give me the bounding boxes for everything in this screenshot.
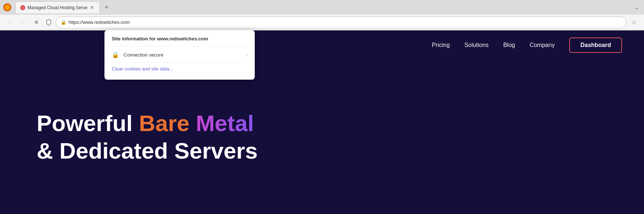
lock-icon: 🔒	[60, 19, 66, 25]
nav-pricing[interactable]: Pricing	[432, 42, 450, 48]
connection-secure-label: Connection secure	[124, 52, 242, 58]
hero-title-line1: Powerful Bare Metal	[37, 110, 607, 137]
active-tab[interactable]: Managed Cloud Hosting Serve ✕	[15, 1, 100, 13]
star-icon: ☆	[632, 19, 637, 26]
new-tab-button[interactable]: +	[101, 2, 111, 12]
tab-title: Managed Cloud Hosting Serve	[27, 5, 87, 10]
website-content: Pricing Solutions Blog Company Dashboard…	[0, 30, 644, 214]
hero-prefix: Powerful	[37, 110, 139, 136]
address-bar[interactable]: 🔒 https://www.redswitches.com	[56, 17, 626, 28]
tab-bar: Managed Cloud Hosting Serve ✕ + ⌄	[0, 0, 644, 15]
forward-button[interactable]: →	[18, 17, 29, 28]
popup-header: Site information for www.redswitches.com	[104, 35, 255, 46]
nav-bar: ← → ✕ 🔒 https://www.redswitches.com ☆	[0, 15, 644, 30]
hero-title-line2: & Dedicated Servers	[37, 137, 607, 164]
hero-bare: Bare	[139, 110, 189, 136]
website-nav: Pricing Solutions Blog Company Dashboard	[0, 30, 644, 60]
nav-blog[interactable]: Blog	[503, 42, 515, 48]
svg-point-3	[7, 7, 8, 8]
back-button[interactable]: ←	[4, 17, 15, 28]
tab-list-chevron[interactable]: ⌄	[632, 3, 641, 12]
close-icon: ✕	[34, 19, 39, 26]
popup-chevron-icon: ›	[246, 52, 247, 58]
shield-icon	[44, 18, 54, 27]
back-icon: ←	[7, 19, 13, 25]
site-info-popup: Site information for www.redswitches.com…	[104, 30, 255, 80]
popup-lock-icon: 🔒	[112, 51, 119, 58]
dashboard-button[interactable]: Dashboard	[569, 37, 622, 53]
tab-favicon	[20, 5, 25, 10]
firefox-icon	[3, 3, 12, 12]
hero-section: Powerful Bare Metal & Dedicated Servers	[0, 60, 644, 214]
clear-cookies-link[interactable]: Clear cookies and site data...	[104, 62, 255, 75]
close-button[interactable]: ✕	[31, 17, 42, 28]
hero-metal: Metal	[189, 110, 254, 136]
bookmark-button[interactable]: ☆	[629, 17, 640, 28]
nav-company[interactable]: Company	[530, 42, 555, 48]
forward-icon: →	[21, 19, 26, 25]
nav-solutions[interactable]: Solutions	[464, 42, 489, 48]
connection-secure-row[interactable]: 🔒 Connection secure ›	[104, 48, 255, 62]
url-display: https://www.redswitches.com	[69, 19, 622, 25]
tab-close-button[interactable]: ✕	[89, 4, 95, 11]
